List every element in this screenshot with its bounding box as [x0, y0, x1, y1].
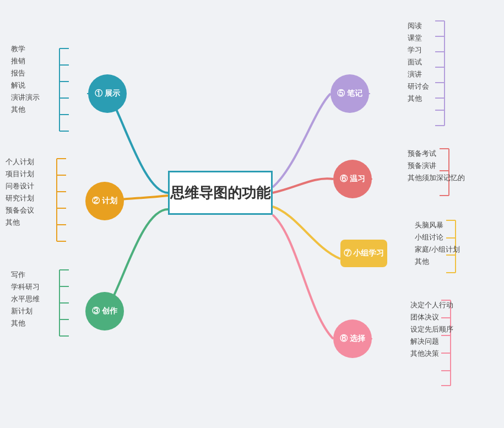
branch-3-label: ③ 创作	[92, 306, 117, 316]
branch-1-label: ① 展示	[95, 89, 120, 99]
branch-7-label: ⑦ 小组学习	[344, 248, 384, 258]
branch-node-2[interactable]: ② 计划	[85, 182, 124, 220]
branch-2-label: ② 计划	[92, 196, 117, 206]
list-item: 其他	[11, 318, 40, 328]
branch-6-label: ⑥ 温习	[340, 174, 365, 184]
list-item: 解说	[11, 80, 40, 90]
list-item: 报告	[11, 68, 40, 78]
list-item: 小组讨论	[415, 232, 460, 242]
list-item: 预备会议	[6, 205, 34, 215]
list-item: 其他	[415, 257, 460, 267]
list-item: 其他决策	[410, 349, 453, 359]
list-item: 学习	[408, 45, 429, 55]
list-item: 学科研习	[11, 282, 40, 292]
left-group-3: 写作 学科研习 水平思维 新计划 其他	[11, 270, 40, 328]
list-item: 阅读	[408, 21, 429, 31]
list-item: 设定先后顺序	[410, 324, 453, 334]
list-item: 研讨会	[408, 82, 429, 91]
branch-node-1[interactable]: ① 展示	[88, 74, 127, 113]
list-item: 课堂	[408, 33, 429, 43]
list-item: 其他	[11, 105, 40, 115]
list-item: 其他	[408, 94, 429, 104]
right-group-6: 预备考试 预备演讲 其他须加深记忆的	[408, 149, 465, 183]
center-node: 思维导图的功能	[168, 171, 273, 215]
list-item: 教学	[11, 44, 40, 54]
list-item: 面试	[408, 57, 429, 67]
list-item: 演讲演示	[11, 93, 40, 102]
list-item: 演讲	[408, 69, 429, 79]
left-group-2: 个人计划 项目计划 问卷设计 研究计划 预备会议 其他	[6, 157, 34, 227]
right-group-8: 决定个人行动 团体决议 设定先后顺序 解决问题 其他决策	[410, 300, 453, 359]
list-item: 其他	[6, 218, 34, 227]
list-item: 写作	[11, 270, 40, 280]
branch-node-5[interactable]: ⑤ 笔记	[330, 74, 369, 113]
list-item: 水平思维	[11, 294, 40, 304]
right-group-5: 阅读 课堂 学习 面试 演讲 研讨会 其他	[408, 21, 429, 104]
branch-node-3[interactable]: ③ 创作	[85, 292, 124, 331]
list-item: 问卷设计	[6, 181, 34, 191]
branch-node-7[interactable]: ⑦ 小组学习	[340, 240, 387, 267]
list-item: 推销	[11, 56, 40, 66]
list-item: 研究计划	[6, 193, 34, 203]
center-label: 思维导图的功能	[170, 183, 270, 203]
branch-node-6[interactable]: ⑥ 温习	[333, 160, 372, 198]
list-item: 其他须加深记忆的	[408, 173, 465, 183]
list-item: 头脑风暴	[415, 220, 460, 230]
list-item: 决定个人行动	[410, 300, 453, 310]
list-item: 预备演讲	[408, 161, 465, 171]
list-item: 个人计划	[6, 157, 34, 167]
list-item: 预备考试	[408, 149, 465, 159]
right-group-7: 头脑风暴 小组讨论 家庭/小组计划 其他	[415, 220, 460, 267]
list-item: 新计划	[11, 306, 40, 316]
list-item: 家庭/小组计划	[415, 245, 460, 254]
branch-5-label: ⑤ 笔记	[337, 89, 362, 99]
left-group-1: 教学 推销 报告 解说 演讲演示 其他	[11, 44, 40, 115]
branch-node-8[interactable]: ⑧ 选择	[333, 319, 372, 358]
list-item: 解决问题	[410, 337, 453, 346]
branch-8-label: ⑧ 选择	[340, 334, 365, 344]
list-item: 团体决议	[410, 312, 453, 322]
list-item: 项目计划	[6, 169, 34, 179]
